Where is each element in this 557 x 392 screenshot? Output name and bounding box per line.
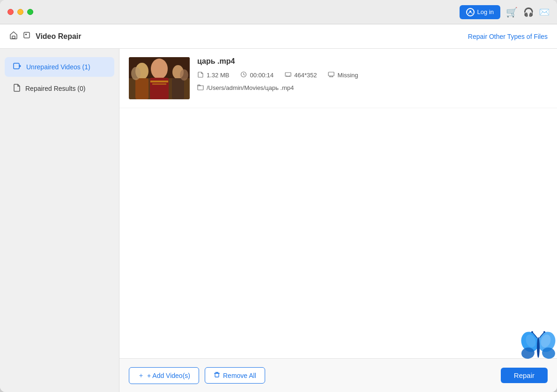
app-window: Log in 🛒 🎧 ✉️ Video Repair — [0, 0, 557, 392]
content-wrapper: царь .mp4 1.32 MB — [119, 49, 557, 392]
toolbar-left: Video Repair — [9, 31, 82, 42]
file-path: /Users/admin/Movies/царь .mp4 — [197, 84, 548, 92]
remove-all-button[interactable]: Remove All — [205, 367, 265, 384]
repair-other-link[interactable]: Repair Other Types of Files — [468, 33, 548, 40]
file-thumbnail[interactable] — [129, 57, 190, 99]
file-item: царь .mp4 1.32 MB — [119, 49, 557, 108]
file-size: 1.32 MB — [197, 71, 229, 79]
toolbar: Video Repair Repair Other Types of Files — [0, 24, 557, 49]
user-icon — [466, 8, 475, 16]
sidebar: Unrepaired Videos (1) Repaired Results (… — [0, 49, 119, 392]
svg-rect-19 — [285, 73, 291, 76]
folder-icon — [197, 84, 204, 92]
sidebar-item-repaired[interactable]: Repaired Results (0) — [5, 79, 114, 98]
file-name: царь .mp4 — [197, 57, 548, 66]
file-icon — [13, 83, 21, 94]
repair-label: Repair — [514, 371, 535, 379]
home-icon[interactable] — [9, 31, 18, 42]
cart-icon[interactable]: 🛒 — [506, 7, 518, 18]
breadcrumb-separator — [22, 31, 31, 42]
file-status-value: Missing — [337, 72, 358, 79]
monitor-icon — [328, 71, 334, 79]
trash-icon — [214, 371, 220, 379]
thumbnail-art — [129, 57, 190, 99]
resolution-icon — [285, 71, 291, 79]
add-video-label: + Add Video(s) — [147, 372, 190, 379]
traffic-lights — [7, 9, 33, 15]
file-resolution-value: 464*352 — [294, 72, 317, 79]
file-status: Missing — [328, 71, 358, 79]
close-button[interactable] — [7, 9, 14, 15]
svg-rect-9 — [135, 78, 149, 99]
svg-rect-13 — [172, 78, 184, 99]
file-duration: 00:00:14 — [240, 71, 274, 79]
toolbar-title: Video Repair — [36, 32, 82, 41]
sidebar-item-unrepaired[interactable]: Unrepaired Videos (1) — [5, 57, 114, 77]
svg-point-17 — [180, 69, 188, 81]
svg-rect-3 — [25, 34, 27, 35]
minimize-button[interactable] — [17, 9, 23, 15]
svg-rect-14 — [150, 81, 168, 82]
mail-icon[interactable]: ✉️ — [539, 7, 550, 17]
file-size-icon — [197, 71, 204, 79]
add-icon: ＋ — [138, 371, 144, 380]
file-duration-value: 00:00:14 — [250, 72, 274, 79]
add-video-button[interactable]: ＋ + Add Video(s) — [129, 367, 199, 384]
bottom-bar: ＋ + Add Video(s) Remove All — [119, 358, 557, 392]
login-label: Log in — [477, 8, 494, 15]
title-bar: Log in 🛒 🎧 ✉️ — [0, 0, 557, 24]
video-icon — [13, 62, 22, 72]
file-info: царь .mp4 1.32 MB — [197, 57, 548, 92]
file-resolution: 464*352 — [285, 71, 317, 79]
file-meta: 1.32 MB 00:00:14 — [197, 71, 548, 79]
svg-rect-1 — [12, 36, 15, 38]
headphone-icon[interactable]: 🎧 — [523, 7, 534, 17]
svg-rect-23 — [328, 72, 334, 76]
clock-icon — [240, 71, 247, 79]
svg-rect-4 — [14, 63, 19, 69]
svg-point-16 — [131, 67, 141, 80]
svg-marker-5 — [20, 65, 21, 67]
svg-point-10 — [151, 59, 168, 79]
title-bar-actions: Log in 🛒 🎧 ✉️ — [460, 5, 550, 19]
file-path-value: /Users/admin/Movies/царь .mp4 — [207, 84, 294, 91]
content-area: царь .mp4 1.32 MB — [119, 49, 557, 358]
toolbar-right: Repair Other Types of Files — [468, 32, 548, 41]
sidebar-unrepaired-label: Unrepaired Videos (1) — [26, 63, 90, 71]
sidebar-repaired-label: Repaired Results (0) — [25, 85, 85, 92]
maximize-button[interactable] — [27, 9, 33, 15]
svg-rect-15 — [152, 83, 166, 85]
file-list: царь .mp4 1.32 MB — [119, 49, 557, 358]
repair-button[interactable]: Repair — [501, 368, 548, 383]
file-size-value: 1.32 MB — [207, 72, 229, 79]
login-button[interactable]: Log in — [460, 5, 500, 19]
svg-rect-38 — [215, 373, 219, 377]
remove-all-label: Remove All — [223, 372, 256, 379]
main-content: Unrepaired Videos (1) Repaired Results (… — [0, 49, 557, 392]
